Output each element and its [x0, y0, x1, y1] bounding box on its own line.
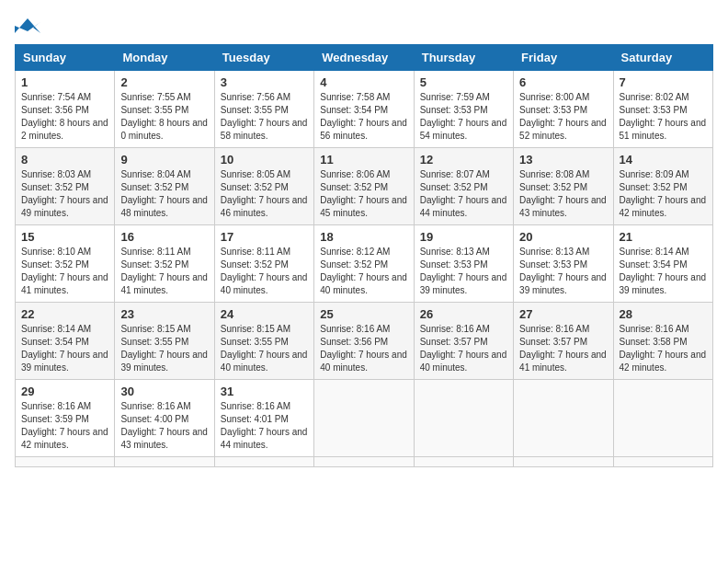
day-info: Sunrise: 8:08 AM Sunset: 3:52 PM Dayligh… — [519, 168, 607, 220]
calendar-cell — [414, 380, 513, 457]
calendar-cell: 29 Sunrise: 8:16 AM Sunset: 3:59 PM Dayl… — [16, 380, 115, 457]
day-info: Sunrise: 8:16 AM Sunset: 3:59 PM Dayligh… — [21, 400, 108, 452]
calendar-cell: 1 Sunrise: 7:54 AM Sunset: 3:56 PM Dayli… — [16, 71, 115, 148]
calendar-cell — [115, 457, 214, 467]
calendar-cell: 2 Sunrise: 7:55 AM Sunset: 3:55 PM Dayli… — [115, 71, 214, 148]
calendar-cell: 27 Sunrise: 8:16 AM Sunset: 3:57 PM Dayl… — [514, 303, 613, 380]
calendar-cell: 20 Sunrise: 8:13 AM Sunset: 3:53 PM Dayl… — [514, 225, 613, 303]
day-number: 8 — [21, 153, 108, 167]
day-number: 25 — [320, 307, 407, 321]
day-number: 19 — [420, 230, 507, 244]
calendar-cell: 7 Sunrise: 8:02 AM Sunset: 3:53 PM Dayli… — [613, 71, 712, 148]
day-info: Sunrise: 8:11 AM Sunset: 3:52 PM Dayligh… — [120, 246, 208, 297]
weekday-header: Saturday — [613, 45, 712, 71]
calendar-cell: 16 Sunrise: 8:11 AM Sunset: 3:52 PM Dayl… — [115, 225, 214, 303]
calendar-cell: 26 Sunrise: 8:16 AM Sunset: 3:57 PM Dayl… — [414, 303, 513, 380]
day-info: Sunrise: 7:56 AM Sunset: 3:55 PM Dayligh… — [221, 91, 308, 143]
calendar-cell: 15 Sunrise: 8:10 AM Sunset: 3:52 PM Dayl… — [16, 225, 115, 303]
day-number: 31 — [221, 385, 308, 398]
calendar-cell — [514, 380, 613, 457]
calendar-cell: 23 Sunrise: 8:15 AM Sunset: 3:55 PM Dayl… — [115, 303, 214, 380]
calendar-week-row — [16, 457, 713, 467]
weekday-header: Monday — [115, 45, 214, 71]
day-info: Sunrise: 8:13 AM Sunset: 3:53 PM Dayligh… — [420, 246, 507, 297]
day-number: 6 — [519, 75, 607, 89]
calendar-week-row: 29 Sunrise: 8:16 AM Sunset: 3:59 PM Dayl… — [16, 380, 713, 457]
day-info: Sunrise: 8:09 AM Sunset: 3:52 PM Dayligh… — [620, 168, 707, 220]
weekday-header: Sunday — [16, 45, 115, 71]
day-info: Sunrise: 8:06 AM Sunset: 3:52 PM Dayligh… — [320, 168, 407, 220]
day-number: 28 — [620, 307, 707, 321]
calendar-week-row: 1 Sunrise: 7:54 AM Sunset: 3:56 PM Dayli… — [16, 71, 713, 148]
day-number: 4 — [320, 75, 407, 89]
calendar-cell — [314, 457, 414, 467]
calendar-week-row: 22 Sunrise: 8:14 AM Sunset: 3:54 PM Dayl… — [16, 303, 713, 380]
day-info: Sunrise: 8:16 AM Sunset: 4:01 PM Dayligh… — [221, 400, 308, 452]
day-number: 7 — [620, 75, 707, 89]
day-info: Sunrise: 8:16 AM Sunset: 3:56 PM Dayligh… — [320, 323, 407, 374]
day-info: Sunrise: 8:10 AM Sunset: 3:52 PM Dayligh… — [21, 246, 108, 297]
day-info: Sunrise: 8:14 AM Sunset: 3:54 PM Dayligh… — [21, 323, 108, 374]
calendar-cell: 30 Sunrise: 8:16 AM Sunset: 4:00 PM Dayl… — [115, 380, 214, 457]
day-info: Sunrise: 8:16 AM Sunset: 3:57 PM Dayligh… — [420, 323, 507, 374]
day-number: 3 — [221, 75, 308, 89]
day-number: 27 — [519, 307, 607, 321]
calendar-cell: 25 Sunrise: 8:16 AM Sunset: 3:56 PM Dayl… — [314, 303, 414, 380]
day-number: 13 — [519, 153, 607, 167]
calendar-cell: 4 Sunrise: 7:58 AM Sunset: 3:54 PM Dayli… — [314, 71, 414, 148]
calendar-cell — [16, 457, 115, 467]
day-number: 17 — [221, 230, 308, 244]
calendar-cell — [514, 457, 613, 467]
calendar-cell: 28 Sunrise: 8:16 AM Sunset: 3:58 PM Dayl… — [613, 303, 712, 380]
calendar-cell: 14 Sunrise: 8:09 AM Sunset: 3:52 PM Dayl… — [613, 148, 712, 225]
day-info: Sunrise: 8:11 AM Sunset: 3:52 PM Dayligh… — [221, 246, 308, 297]
calendar-cell: 3 Sunrise: 7:56 AM Sunset: 3:55 PM Dayli… — [214, 71, 313, 148]
calendar-cell — [613, 457, 712, 467]
calendar-table: SundayMondayTuesdayWednesdayThursdayFrid… — [15, 44, 713, 467]
calendar-cell — [613, 380, 712, 457]
day-number: 26 — [420, 307, 507, 321]
day-number: 15 — [21, 230, 108, 244]
calendar-cell: 11 Sunrise: 8:06 AM Sunset: 3:52 PM Dayl… — [314, 148, 414, 225]
page-header — [15, 15, 713, 37]
calendar-cell: 17 Sunrise: 8:11 AM Sunset: 3:52 PM Dayl… — [214, 225, 313, 303]
calendar-cell: 21 Sunrise: 8:14 AM Sunset: 3:54 PM Dayl… — [613, 225, 712, 303]
calendar-cell: 24 Sunrise: 8:15 AM Sunset: 3:55 PM Dayl… — [214, 303, 313, 380]
day-info: Sunrise: 8:00 AM Sunset: 3:53 PM Dayligh… — [519, 91, 607, 143]
day-info: Sunrise: 8:03 AM Sunset: 3:52 PM Dayligh… — [21, 168, 108, 220]
day-number: 22 — [21, 307, 108, 321]
calendar-cell: 5 Sunrise: 7:59 AM Sunset: 3:53 PM Dayli… — [414, 71, 513, 148]
day-number: 30 — [120, 385, 208, 398]
day-info: Sunrise: 8:02 AM Sunset: 3:53 PM Dayligh… — [620, 91, 707, 143]
day-info: Sunrise: 8:15 AM Sunset: 3:55 PM Dayligh… — [120, 323, 208, 374]
calendar-cell: 18 Sunrise: 8:12 AM Sunset: 3:52 PM Dayl… — [314, 225, 414, 303]
calendar-cell — [214, 457, 313, 467]
weekday-header: Wednesday — [314, 45, 414, 71]
day-info: Sunrise: 7:59 AM Sunset: 3:53 PM Dayligh… — [420, 91, 507, 143]
calendar-cell — [314, 380, 414, 457]
calendar-cell: 13 Sunrise: 8:08 AM Sunset: 3:52 PM Dayl… — [514, 148, 613, 225]
calendar-cell — [414, 457, 513, 467]
day-info: Sunrise: 8:12 AM Sunset: 3:52 PM Dayligh… — [320, 246, 407, 297]
weekday-header-row: SundayMondayTuesdayWednesdayThursdayFrid… — [16, 45, 713, 71]
day-info: Sunrise: 8:07 AM Sunset: 3:52 PM Dayligh… — [420, 168, 507, 220]
day-info: Sunrise: 8:14 AM Sunset: 3:54 PM Dayligh… — [620, 246, 707, 297]
calendar-cell: 9 Sunrise: 8:04 AM Sunset: 3:52 PM Dayli… — [115, 148, 214, 225]
day-info: Sunrise: 8:13 AM Sunset: 3:53 PM Dayligh… — [519, 246, 607, 297]
day-number: 1 — [21, 75, 108, 89]
day-number: 9 — [120, 153, 208, 167]
day-number: 5 — [420, 75, 507, 89]
calendar-cell: 12 Sunrise: 8:07 AM Sunset: 3:52 PM Dayl… — [414, 148, 513, 225]
day-info: Sunrise: 8:16 AM Sunset: 3:57 PM Dayligh… — [519, 323, 607, 374]
calendar-cell: 6 Sunrise: 8:00 AM Sunset: 3:53 PM Dayli… — [514, 71, 613, 148]
day-number: 10 — [221, 153, 308, 167]
day-number: 14 — [620, 153, 707, 167]
day-number: 12 — [420, 153, 507, 167]
calendar-cell: 19 Sunrise: 8:13 AM Sunset: 3:53 PM Dayl… — [414, 225, 513, 303]
svg-marker-0 — [15, 18, 40, 33]
day-info: Sunrise: 8:16 AM Sunset: 3:58 PM Dayligh… — [620, 323, 707, 374]
day-number: 2 — [120, 75, 208, 89]
weekday-header: Friday — [514, 45, 613, 71]
calendar-cell: 31 Sunrise: 8:16 AM Sunset: 4:01 PM Dayl… — [214, 380, 313, 457]
day-number: 20 — [519, 230, 607, 244]
